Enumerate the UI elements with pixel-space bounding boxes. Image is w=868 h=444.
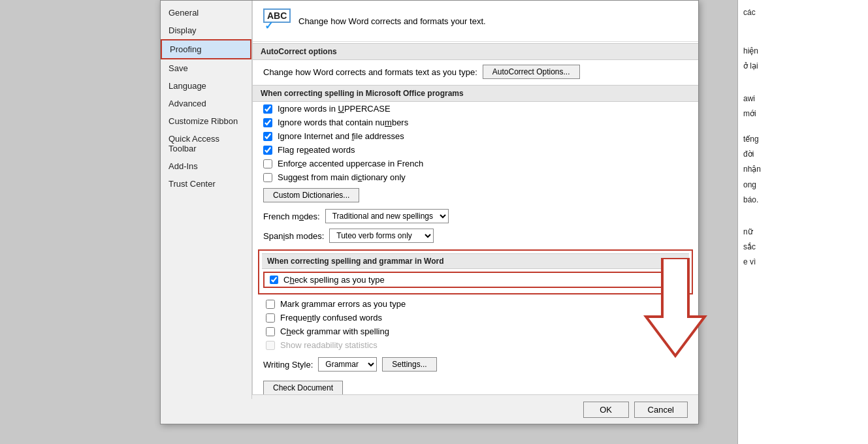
- autocorrect-section-header: AutoCorrect options: [253, 43, 698, 60]
- sidebar-item-quick-access[interactable]: Quick Access Toolbar: [161, 130, 251, 157]
- confused-words-label: Frequently confused words: [280, 313, 382, 323]
- suggest-main-checkbox[interactable]: [263, 173, 272, 182]
- settings-button[interactable]: Settings...: [382, 357, 436, 372]
- french-modes-label: French modes:: [263, 212, 320, 221]
- writing-style-select[interactable]: Grammar: [318, 357, 377, 372]
- check-spelling-label: Check spelling as you type: [283, 275, 385, 285]
- autocorrect-description-row: Change how Word corrects and formats tex…: [253, 63, 698, 81]
- check-spelling-checkbox[interactable]: [270, 276, 278, 284]
- check-grammar-checkbox[interactable]: [266, 327, 275, 336]
- right-text-line: hiện: [743, 45, 863, 57]
- check-document-row: Check Document: [253, 377, 698, 394]
- checkmark: ✓: [265, 20, 273, 32]
- sidebar-item-trust-center[interactable]: Trust Center: [161, 175, 251, 193]
- down-arrow-svg: [639, 258, 711, 359]
- confused-words-checkbox[interactable]: [266, 313, 275, 323]
- word-options-dialog: General Display Proofing Save Language A…: [160, 0, 699, 424]
- spanish-modes-row: Spanish modes: Tuteo verb forms only: [253, 226, 698, 246]
- arrow-annotation: [639, 258, 711, 359]
- content-header: ABC ✓ Change how Word corrects and forma…: [253, 1, 698, 42]
- confused-words-row: Frequently confused words: [253, 311, 698, 325]
- ok-button[interactable]: OK: [583, 402, 629, 418]
- writing-style-label: Writing Style:: [263, 360, 313, 370]
- suggest-main-label: Suggest from main dictionary only: [278, 172, 406, 182]
- custom-dictionaries-button[interactable]: Custom Dictionaries...: [263, 188, 359, 202]
- enforce-french-checkbox[interactable]: [263, 159, 272, 168]
- enforce-french-label: Enforce accented uppercase in French: [278, 159, 423, 168]
- sidebar-item-general[interactable]: General: [161, 4, 251, 22]
- show-readability-checkbox[interactable]: [266, 341, 275, 350]
- mark-grammar-label: Mark grammar errors as you type: [280, 299, 406, 309]
- right-text-line: sắc: [743, 241, 863, 253]
- ignore-numbers-row: Ignore words that contain numbers: [253, 116, 698, 129]
- spanish-modes-label: Spanish modes:: [263, 231, 324, 241]
- header-description: Change how Word corrects and formats you…: [298, 16, 486, 26]
- right-text-content: các hiện ở lại awi mới tếng đời nhận ong…: [743, 7, 863, 268]
- right-panel: các hiện ở lại awi mới tếng đời nhận ong…: [737, 0, 868, 444]
- check-grammar-row: Check grammar with spelling: [253, 325, 698, 338]
- french-modes-select[interactable]: Traditional and new spellings: [325, 209, 449, 223]
- right-text-line: e vì: [743, 256, 863, 268]
- abc-icon: ABC ✓: [263, 8, 291, 33]
- svg-marker-0: [646, 258, 705, 356]
- show-readability-row: Show readability statistics: [253, 338, 698, 352]
- ignore-numbers-checkbox[interactable]: [263, 118, 272, 127]
- flag-repeated-checkbox[interactable]: [263, 146, 272, 155]
- sidebar-item-proofing[interactable]: Proofing: [161, 39, 251, 59]
- right-text-line: các: [743, 7, 863, 19]
- mark-grammar-row: Mark grammar errors as you type: [253, 297, 698, 311]
- autocorrect-options-button[interactable]: AutoCorrect Options...: [483, 65, 580, 79]
- right-text-line: nhận: [743, 163, 863, 176]
- ignore-internet-checkbox[interactable]: [263, 132, 272, 141]
- sidebar-item-customize-ribbon[interactable]: Customize Ribbon: [161, 112, 251, 130]
- custom-dict-row: Custom Dictionaries...: [253, 184, 698, 206]
- right-text-line: tếng: [743, 133, 863, 146]
- ignore-uppercase-checkbox[interactable]: [263, 104, 272, 114]
- sidebar: General Display Proofing Save Language A…: [161, 1, 252, 399]
- right-text-line: ong: [743, 179, 863, 191]
- ms-office-section-header: When correcting spelling in Microsoft Of…: [253, 85, 698, 102]
- sidebar-item-language[interactable]: Language: [161, 77, 251, 95]
- enforce-french-row: Enforce accented uppercase in French: [253, 157, 698, 170]
- writing-style-row: Writing Style: Grammar Settings...: [253, 355, 698, 374]
- word-section-header: When correcting spelling and grammar in …: [262, 253, 689, 269]
- right-text-line: đời: [743, 148, 863, 161]
- sidebar-item-display[interactable]: Display: [161, 22, 251, 39]
- ignore-uppercase-row: Ignore words in UPPERCASE: [253, 102, 698, 116]
- right-text-line: mới: [743, 108, 863, 120]
- right-text-line: nữ: [743, 226, 863, 238]
- sidebar-item-add-ins[interactable]: Add-Ins: [161, 157, 251, 175]
- suggest-main-row: Suggest from main dictionary only: [253, 170, 698, 184]
- sidebar-item-advanced[interactable]: Advanced: [161, 95, 251, 112]
- ignore-numbers-label: Ignore words that contain numbers: [278, 118, 408, 127]
- mark-grammar-checkbox[interactable]: [266, 300, 275, 309]
- cancel-button[interactable]: Cancel: [634, 402, 688, 418]
- ignore-internet-label: Ignore Internet and file addresses: [278, 131, 404, 141]
- check-grammar-label: Check grammar with spelling: [280, 326, 389, 336]
- ignore-uppercase-label: Ignore words in UPPERCASE: [278, 104, 391, 114]
- dialog-footer: OK Cancel: [252, 394, 698, 424]
- check-document-button[interactable]: Check Document: [263, 381, 343, 394]
- word-section-highlighted: When correcting spelling and grammar in …: [258, 249, 693, 294]
- right-text-line: awi: [743, 93, 863, 105]
- ignore-internet-row: Ignore Internet and file addresses: [253, 129, 698, 143]
- sidebar-item-save[interactable]: Save: [161, 59, 251, 77]
- show-readability-label: Show readability statistics: [280, 340, 378, 350]
- content-area: ABC ✓ Change how Word corrects and forma…: [252, 1, 698, 394]
- flag-repeated-label: Flag repeated words: [278, 145, 355, 155]
- french-modes-row: French modes: Traditional and new spelli…: [253, 206, 698, 226]
- right-text-line: báo.: [743, 194, 863, 206]
- check-spelling-highlighted-row: Check spelling as you type: [263, 272, 688, 288]
- right-text-line: ở lại: [743, 60, 863, 72]
- flag-repeated-row: Flag repeated words: [253, 143, 698, 157]
- spanish-modes-select[interactable]: Tuteo verb forms only: [329, 229, 434, 243]
